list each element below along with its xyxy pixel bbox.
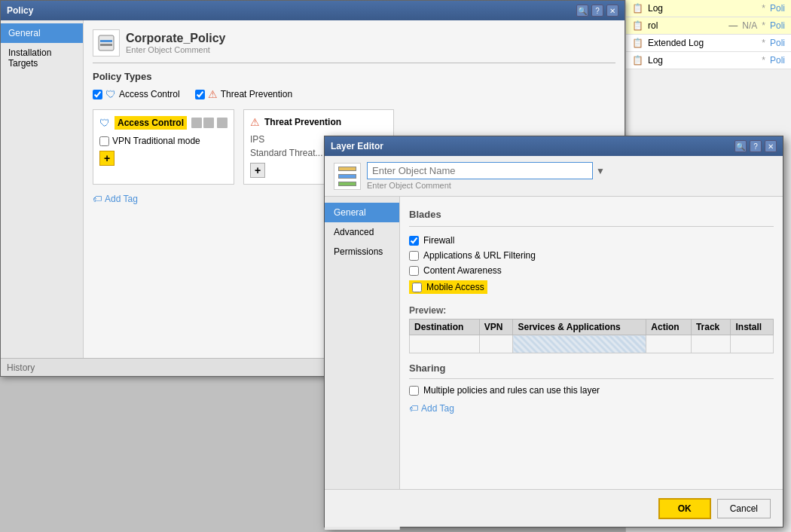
- vpn-mode-checkbox[interactable]: [99, 136, 109, 146]
- help-button[interactable]: ?: [591, 5, 603, 17]
- preview-cell-services-1: [513, 335, 646, 353]
- layer-help-button[interactable]: ?: [750, 140, 762, 152]
- sharing-divider: [409, 378, 774, 379]
- preview-cell-vpn-1: [479, 335, 513, 353]
- log-icon-2: 📋: [632, 38, 643, 48]
- threat-prevention-card-title: Threat Prevention: [264, 117, 341, 127]
- bg-row-3: 📋 Extended Log * Poli: [626, 35, 791, 52]
- preview-row-1: [410, 335, 774, 353]
- vpn-mode-option: VPN Traditional mode: [99, 134, 228, 148]
- policy-window-controls: 🔍 ? ✕: [576, 5, 618, 17]
- stack-layer-3: [338, 182, 356, 186]
- col-action: Action: [646, 320, 692, 335]
- sharing-title: Sharing: [409, 362, 774, 374]
- access-control-card: 🛡 Access Control VPN Traditional mode: [93, 109, 234, 185]
- threat-prevention-card-icon: ⚠: [250, 116, 260, 128]
- sidebar-item-general[interactable]: General: [1, 23, 83, 43]
- grid-view-icons: [191, 118, 228, 128]
- object-comment-label: Enter Object Comment: [367, 181, 605, 190]
- preview-cell-dest-1: [410, 335, 480, 353]
- layer-editor-controls: 🔍 ? ✕: [734, 140, 777, 152]
- sharing-option-label: Multiple policies and rules can use this…: [423, 385, 600, 396]
- sidebar-general-label: General: [8, 28, 41, 38]
- sharing-checkbox[interactable]: [409, 386, 419, 396]
- bg-row-3-star: *: [762, 38, 765, 48]
- search-button[interactable]: 🔍: [576, 5, 588, 17]
- bg-row-4-text: Log: [648, 55, 663, 66]
- bg-row-2-dash: —: [728, 20, 738, 31]
- ok-button[interactable]: OK: [658, 498, 711, 519]
- preview-table: Destination VPN Services & Applications …: [409, 319, 774, 353]
- layer-editor-content: General Advanced Permissions Blades Fire…: [325, 197, 783, 530]
- layer-editor-icon: [334, 163, 361, 190]
- bg-row-2-star: *: [762, 20, 765, 31]
- history-label: History: [7, 362, 35, 373]
- firewall-option: Firewall: [409, 233, 774, 248]
- mobile-access-checkbox[interactable]: [412, 283, 422, 292]
- col-track: Track: [691, 320, 731, 335]
- nav-item-advanced[interactable]: Advanced: [325, 222, 399, 242]
- threat-prevention-checkbox-label[interactable]: ⚠ Threat Prevention: [195, 88, 292, 100]
- access-control-checkbox-label[interactable]: 🛡 Access Control: [93, 88, 180, 100]
- add-tag-label: Add Tag: [105, 194, 138, 204]
- firewall-checkbox[interactable]: [409, 236, 419, 246]
- bg-row-3-policy: Poli: [770, 38, 785, 48]
- layer-close-button[interactable]: ✕: [765, 140, 777, 152]
- threat-prevention-checkbox[interactable]: [195, 90, 205, 99]
- nav-permissions-label: Permissions: [334, 246, 383, 257]
- policy-types-header: Policy Types: [93, 71, 615, 82]
- content-awareness-checkbox[interactable]: [409, 266, 419, 276]
- mobile-access-label: Mobile Access: [426, 282, 484, 292]
- nav-item-general[interactable]: General: [325, 203, 399, 222]
- threat-prevention-label: Threat Prevention: [221, 89, 292, 99]
- access-control-card-title: Access Control: [115, 116, 187, 130]
- policy-titlebar: Policy 🔍 ? ✕: [1, 1, 625, 20]
- vpn-mode-label: VPN Traditional mode: [112, 136, 200, 146]
- app-url-filtering-checkbox[interactable]: [409, 251, 419, 261]
- cancel-button[interactable]: Cancel: [717, 499, 771, 518]
- bg-row-1-policy: Poli: [770, 3, 785, 14]
- svg-rect-1: [100, 40, 112, 42]
- policy-name-group: Corporate_Policy Enter Object Comment: [126, 32, 225, 54]
- policy-icon: [93, 29, 120, 57]
- bg-row-1-text: Log: [648, 3, 663, 14]
- object-name-input[interactable]: [367, 162, 593, 179]
- bg-row-4: 📋 Log * Poli: [626, 52, 791, 69]
- close-button[interactable]: ✕: [606, 5, 618, 17]
- layer-add-tag-button[interactable]: 🏷 Add Tag: [409, 403, 774, 414]
- bg-row-1: 📋 Log * Poli: [626, 0, 791, 17]
- access-control-checkbox[interactable]: [93, 90, 102, 99]
- bg-row-3-text: Extended Log: [648, 38, 704, 48]
- mobile-access-option: Mobile Access: [409, 278, 774, 296]
- threat-prevention-icon: ⚠: [208, 88, 218, 100]
- col-services: Services & Applications: [513, 320, 646, 335]
- nav-item-permissions[interactable]: Permissions: [325, 242, 399, 261]
- preview-cell-install-1: [731, 335, 774, 353]
- sidebar-installation-label: Installation Targets: [8, 47, 51, 69]
- firewall-label: Firewall: [423, 235, 454, 246]
- sharing-option: Multiple policies and rules can use this…: [409, 385, 774, 396]
- preview-section: Preview: Destination VPN Services & Appl…: [409, 305, 774, 353]
- mobile-access-highlighted: Mobile Access: [409, 280, 487, 294]
- bg-row-2-policy: Poli: [770, 20, 785, 31]
- app-url-filtering-label: Applications & URL Filtering: [423, 250, 536, 261]
- access-control-add-button[interactable]: +: [99, 151, 115, 166]
- layer-search-button[interactable]: 🔍: [734, 140, 747, 152]
- preview-cell-track-1: [691, 335, 731, 353]
- control-icon: 📋: [632, 20, 643, 31]
- stack-layer-1: [338, 167, 356, 171]
- access-control-label: Access Control: [119, 89, 180, 99]
- bg-row-4-policy: Poli: [770, 55, 785, 66]
- col-install: Install: [731, 320, 774, 335]
- log-icon-3: 📋: [632, 55, 643, 66]
- bg-row-1-star: *: [762, 3, 765, 14]
- bg-row-4-star: *: [762, 55, 765, 66]
- layer-editor-nav: General Advanced Permissions: [325, 197, 400, 530]
- preview-title: Preview:: [409, 305, 774, 316]
- policy-header: Corporate_Policy Enter Object Comment: [93, 29, 615, 63]
- dropdown-arrow-icon[interactable]: ▼: [596, 166, 605, 176]
- threat-prevention-add-button[interactable]: +: [250, 163, 265, 178]
- threat-prevention-card-header: ⚠ Threat Prevention: [250, 116, 387, 128]
- sidebar-item-installation[interactable]: Installation Targets: [1, 43, 83, 73]
- layer-editor-main: Blades Firewall Applications & URL Filte…: [400, 197, 783, 530]
